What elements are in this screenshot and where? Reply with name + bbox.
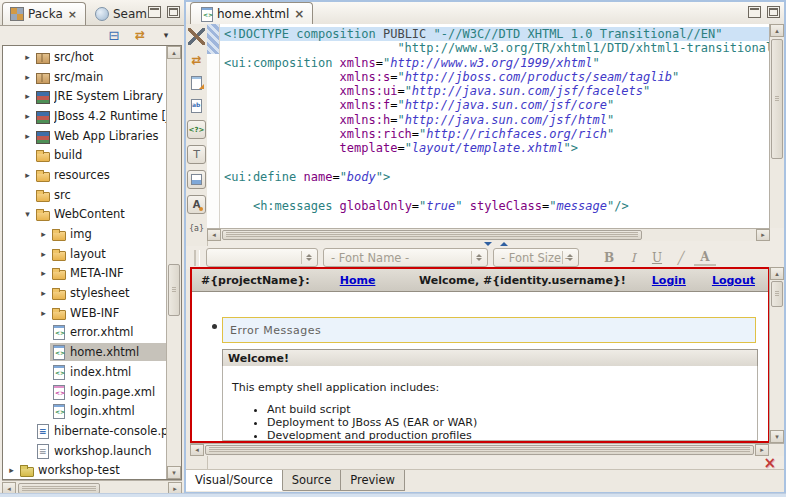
code-line[interactable]: <h:messages globalOnly="true" styleClass…	[220, 199, 770, 213]
bold-button[interactable]: B	[598, 249, 620, 267]
code-line[interactable]: xmlns:h="http://java.sun.com/jsf/html"	[220, 113, 770, 127]
maximize-editor-icon[interactable]	[767, 6, 780, 18]
visual-horizontal-scrollbar[interactable]: ◂ ▸	[190, 443, 784, 456]
code-line[interactable]: xmlns:s="http://jboss.com/products/seam/…	[220, 70, 770, 84]
font-name-combo[interactable]: - Font Name -	[323, 248, 488, 267]
expand-arrow-icon[interactable]: ▸	[21, 111, 34, 121]
source-vertical-scrollbar[interactable]: ▴	[769, 24, 784, 228]
sash-collapse-down-icon[interactable]	[484, 242, 492, 246]
show-bundles-as-el-icon[interactable]	[187, 195, 206, 214]
spinner-icon[interactable]	[301, 251, 315, 264]
minimize-view-icon[interactable]	[148, 6, 161, 18]
tree-item-home-xhtml[interactable]: home.xhtml	[3, 342, 166, 362]
refresh-icon[interactable]	[188, 51, 205, 68]
welcome-panel-header[interactable]: Welcome!	[222, 349, 758, 367]
sash-collapse-up-icon[interactable]	[500, 242, 508, 246]
tree-item-hibernate-console-prop[interactable]: hibernate-console.prop	[3, 421, 166, 441]
expand-arrow-icon[interactable]: ▸	[21, 131, 34, 141]
vpe-preferences-icon[interactable]	[188, 28, 205, 45]
tree-item-login-xhtml[interactable]: login.xhtml	[3, 401, 166, 421]
tree-vertical-scrollbar[interactable]: ▴ ▾	[166, 46, 181, 479]
code-line[interactable]	[220, 184, 770, 198]
tree-item-workshop-launch[interactable]: workshop.launch	[3, 441, 166, 461]
tab-source[interactable]: Source	[283, 470, 342, 491]
tree-item-build[interactable]: build	[3, 145, 166, 165]
expand-arrow-icon[interactable]: ▸	[5, 465, 18, 475]
code-line[interactable]	[220, 156, 770, 170]
tree-item-src[interactable]: src	[3, 185, 166, 205]
tab-preview[interactable]: Preview	[341, 470, 405, 491]
font-size-combo[interactable]: - Font Size -	[493, 248, 579, 267]
close-icon[interactable]: ×	[294, 7, 304, 21]
spinner-icon[interactable]	[562, 251, 576, 264]
tab-package-explorer[interactable]: Packa ×	[2, 2, 86, 25]
link-with-editor-icon[interactable]: ⇄	[132, 27, 148, 43]
scroll-up-icon[interactable]: ▴	[167, 46, 181, 59]
externalize-strings-icon[interactable]	[188, 97, 205, 114]
visual-vertical-scrollbar[interactable]: ▴ ▾	[769, 267, 784, 443]
scroll-thumb[interactable]	[205, 445, 754, 455]
error-messages-placeholder[interactable]: Error Messages	[222, 317, 756, 343]
scroll-thumb[interactable]	[771, 281, 783, 307]
code-line[interactable]: xmlns:rich="http://richfaces.org/rich"	[220, 127, 770, 141]
login-link[interactable]: Login	[652, 274, 686, 287]
show-text-formatting-icon[interactable]	[187, 145, 206, 164]
welcome-panel-body[interactable]: This empty shell application includes: A…	[222, 366, 758, 441]
scroll-thumb[interactable]	[771, 39, 783, 159]
code-line[interactable]: <ui:composition xmlns="http://www.w3.org…	[220, 56, 770, 70]
expand-arrow-icon[interactable]: ▸	[21, 91, 34, 101]
tree-item-img[interactable]: ▸img	[3, 224, 166, 244]
code-line[interactable]: xmlns:f="http://java.sun.com/jsf/core"	[220, 98, 770, 112]
tree-item-error-xhtml[interactable]: error.xhtml	[3, 323, 166, 343]
tree-item-workshop-test[interactable]: ▸workshop-test	[3, 460, 166, 479]
show-selection-bar-icon[interactable]	[187, 170, 206, 189]
tree-item-webcontent[interactable]: ▾WebContent	[3, 205, 166, 225]
tree-item-jre-system-library-jd[interactable]: ▸JRE System Library [jd	[3, 86, 166, 106]
collapse-all-icon[interactable]: ⊟	[106, 27, 122, 43]
tree-item-stylesheet[interactable]: ▸stylesheet	[3, 283, 166, 303]
tree-item-web-app-libraries[interactable]: ▸Web App Libraries	[3, 126, 166, 146]
expand-arrow-icon[interactable]: ▸	[37, 229, 50, 239]
home-link[interactable]: Home	[340, 274, 376, 287]
tree-item-src-main[interactable]: ▸src/main	[3, 67, 166, 87]
expand-arrow-icon[interactable]: ▸	[21, 52, 34, 62]
logout-link[interactable]: Logout	[712, 274, 755, 287]
code-line[interactable]: <ui:define name="body">	[220, 170, 770, 184]
tab-home-xhtml[interactable]: home.xhtml ×	[190, 2, 313, 24]
code-line[interactable]: "http://www.w3.org/TR/xhtml1/DTD/xhtml1-…	[220, 41, 770, 55]
el-expression-icon[interactable]	[188, 220, 205, 237]
scroll-left-icon[interactable]: ◂	[207, 229, 221, 241]
scroll-thumb[interactable]	[168, 264, 180, 316]
scroll-up-icon[interactable]: ▴	[770, 267, 784, 280]
tree-item-jboss-4-2-runtime-jbo[interactable]: ▸JBoss 4.2 Runtime [JBo	[3, 106, 166, 126]
tab-seam-components[interactable]: Seam	[88, 3, 154, 25]
underline-button[interactable]: U	[646, 249, 668, 267]
source-horizontal-scrollbar[interactable]: ◂ ▸	[207, 228, 770, 241]
maximize-view-icon[interactable]	[167, 6, 180, 18]
expand-arrow-icon[interactable]: ▸	[37, 268, 50, 278]
page-design-options-icon[interactable]	[188, 74, 205, 91]
expand-arrow-icon[interactable]: ▸	[37, 308, 50, 318]
toolbar-grip[interactable]	[194, 250, 200, 266]
expand-arrow-icon[interactable]: ▾	[21, 209, 34, 219]
tree-item-meta-inf[interactable]: ▸META-INF	[3, 264, 166, 284]
expand-arrow-icon[interactable]: ▸	[37, 249, 50, 259]
visual-design-pane[interactable]: #{projectName}: Home Welcome, #{identity…	[190, 267, 770, 443]
block-format-combo[interactable]	[206, 248, 318, 267]
tree-item-src-hot[interactable]: ▸src/hot	[3, 47, 166, 67]
spinner-icon[interactable]	[471, 251, 485, 264]
show-non-visual-tags-icon[interactable]	[187, 120, 206, 139]
tree-item-layout[interactable]: ▸layout	[3, 244, 166, 264]
scroll-thumb[interactable]	[222, 230, 642, 240]
scroll-up-icon[interactable]: ▴	[770, 24, 784, 37]
tree-item-login-page-xml[interactable]: login.page.xml	[3, 382, 166, 402]
font-color-button[interactable]: A	[694, 249, 716, 266]
tree-item-index-html[interactable]: index.html	[3, 362, 166, 382]
expand-arrow-icon[interactable]: ▸	[21, 170, 34, 180]
tab-visual-source[interactable]: Visual/Source	[186, 470, 283, 491]
scroll-left-icon[interactable]: ◂	[190, 444, 204, 456]
code-line[interactable]: template="layout/template.xhtml">	[220, 141, 770, 155]
code-line[interactable]: <!DOCTYPE composition PUBLIC "-//W3C//DT…	[220, 27, 770, 41]
scroll-down-icon[interactable]: ▾	[167, 466, 181, 479]
italic-button[interactable]: I	[622, 249, 644, 267]
